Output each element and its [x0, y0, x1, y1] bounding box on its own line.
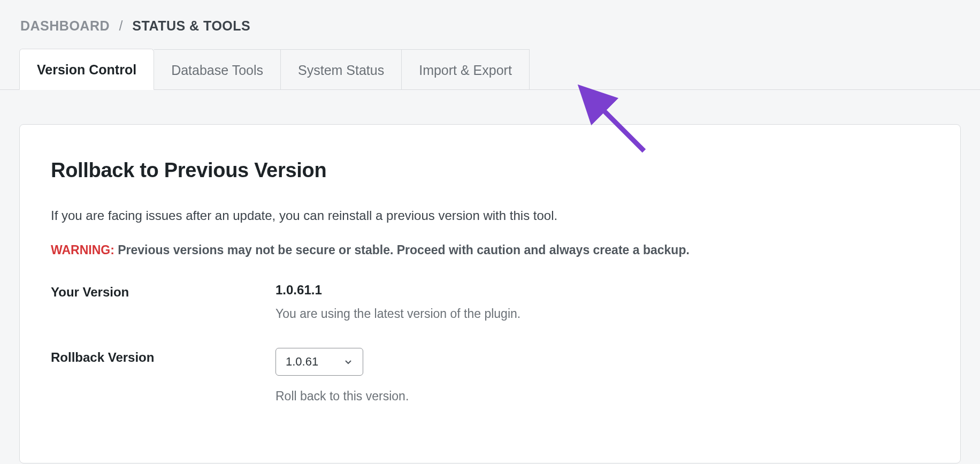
your-version-row: Your Version 1.0.61.1 You are using the …: [51, 283, 929, 322]
tab-version-control[interactable]: Version Control: [19, 49, 154, 90]
rollback-panel: Rollback to Previous Version If you are …: [19, 124, 961, 463]
rollback-version-row: Rollback Version 1.0.61 Roll back to thi…: [51, 348, 929, 405]
rollback-version-select[interactable]: 1.0.61: [275, 348, 363, 376]
chevron-down-icon: [343, 357, 353, 367]
tab-system-status[interactable]: System Status: [281, 49, 402, 90]
breadcrumb: DASHBOARD / STATUS & TOOLS: [0, 0, 980, 49]
tabs-row: Version Control Database Tools System St…: [0, 49, 980, 90]
panel-intro-text: If you are facing issues after an update…: [51, 207, 929, 225]
rollback-select-wrap: 1.0.61: [275, 348, 363, 376]
your-version-label: Your Version: [51, 283, 275, 300]
breadcrumb-separator: /: [119, 18, 122, 33]
rollback-version-label: Rollback Version: [51, 348, 275, 365]
your-version-value-wrap: 1.0.61.1 You are using the latest versio…: [275, 283, 929, 322]
tab-database-tools[interactable]: Database Tools: [154, 49, 281, 90]
tab-import-export[interactable]: Import & Export: [402, 49, 530, 90]
breadcrumb-root-link[interactable]: DASHBOARD: [20, 18, 110, 33]
panel-heading: Rollback to Previous Version: [51, 159, 929, 182]
panel-warning-line: WARNING: Previous versions may not be se…: [51, 241, 929, 259]
your-version-value: 1.0.61.1: [275, 283, 929, 298]
breadcrumb-current: STATUS & TOOLS: [132, 18, 250, 33]
content-wrap: Rollback to Previous Version If you are …: [0, 90, 980, 463]
rollback-version-value-wrap: 1.0.61 Roll back to this version.: [275, 348, 929, 405]
warning-text: Previous versions may not be secure or s…: [118, 243, 690, 257]
warning-label: WARNING:: [51, 243, 114, 257]
your-version-desc: You are using the latest version of the …: [275, 305, 929, 322]
rollback-version-desc: Roll back to this version.: [275, 387, 929, 405]
rollback-selected-value: 1.0.61: [286, 355, 318, 369]
